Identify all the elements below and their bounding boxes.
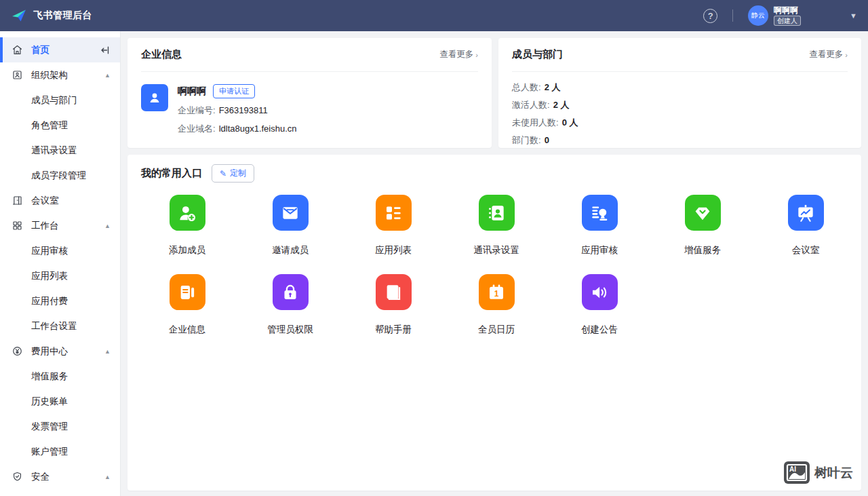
shortcut-contacts-settings[interactable]: 通讯录设置 bbox=[445, 195, 548, 256]
sidebar-item-home[interactable]: 首页 bbox=[0, 37, 120, 62]
presentation-board-icon bbox=[788, 195, 824, 231]
app-list-icon bbox=[376, 195, 412, 231]
contacts-book-icon bbox=[479, 195, 515, 231]
enterprise-more-link[interactable]: 查看更多 › bbox=[439, 49, 478, 60]
cost-yuan-circle-icon bbox=[11, 345, 23, 358]
sidebar-item-contacts-settings[interactable]: 通讯录设置 bbox=[0, 138, 120, 163]
sidebar-item-security[interactable]: 安全 ▲ bbox=[0, 464, 120, 489]
caret-up-icon[interactable]: ▲ bbox=[104, 348, 111, 355]
sidebar-item-member-fields[interactable]: 成员字段管理 bbox=[0, 163, 120, 188]
sidebar-item-label: 工作台设置 bbox=[31, 320, 77, 332]
sidebar-item-app-review[interactable]: 应用审核 bbox=[0, 238, 120, 263]
shortcut-create-announcement[interactable]: 创建公告 bbox=[548, 274, 651, 336]
chevron-down-icon[interactable]: ▼ bbox=[850, 12, 857, 20]
shortcut-label: 企业信息 bbox=[169, 324, 205, 336]
shortcut-app-review[interactable]: 应用审核 bbox=[548, 195, 651, 256]
workbench-grid-icon bbox=[11, 220, 23, 232]
person-add-icon bbox=[170, 195, 205, 231]
stat-departments: 部门数:0 bbox=[512, 134, 848, 147]
org-avatar bbox=[141, 84, 168, 111]
customize-button[interactable]: ✎ 定制 bbox=[212, 164, 254, 183]
sidebar-item-account-management[interactable]: 账户管理 bbox=[0, 439, 120, 464]
org-document-icon bbox=[170, 274, 205, 310]
watermark-logo-text: AI bbox=[789, 465, 796, 473]
caret-up-icon[interactable]: ▲ bbox=[104, 474, 111, 480]
meeting-room-icon bbox=[11, 195, 23, 207]
chevron-right-icon: › bbox=[475, 51, 478, 59]
sidebar: 首页 组织架构 ▲ 成员与部门 角色管理 通讯录设置 成员字段管理 会议室 工作… bbox=[0, 31, 121, 496]
sidebar-item-role-management[interactable]: 角色管理 bbox=[0, 113, 120, 138]
shortcut-invite-member[interactable]: 邀请成员 bbox=[239, 195, 342, 256]
more-label: 查看更多 bbox=[439, 49, 473, 60]
help-icon[interactable]: ? bbox=[703, 9, 717, 23]
shortcut-label: 会议室 bbox=[792, 244, 820, 256]
sidebar-item-label: 首页 bbox=[31, 44, 50, 56]
stat-label: 未使用人数: bbox=[512, 117, 559, 128]
org-id-row: 企业编号:F363193811 bbox=[178, 104, 297, 117]
sidebar-item-label: 费用中心 bbox=[31, 345, 68, 358]
calendar-1-icon: 1 bbox=[479, 274, 515, 310]
card-title: 成员与部门 bbox=[512, 48, 563, 61]
caret-up-icon[interactable]: ▲ bbox=[104, 223, 111, 229]
shortcuts-card: 我的常用入口 ✎ 定制 添加成员 邀请成员 bbox=[127, 155, 861, 491]
brand: 飞书管理后台 bbox=[11, 7, 92, 24]
shortcut-all-staff-calendar[interactable]: 1 全员日历 bbox=[445, 274, 548, 336]
org-name: 啊啊啊 bbox=[178, 85, 206, 98]
user-menu[interactable]: 静云 啊啊啊 创建人 bbox=[748, 5, 801, 26]
stat-total-members: 总人数:2 人 bbox=[512, 81, 848, 94]
sidebar-item-billing-history[interactable]: 历史账单 bbox=[0, 389, 120, 414]
apply-certification-button[interactable]: 申请认证 bbox=[213, 84, 255, 98]
collapse-sidebar-icon[interactable] bbox=[100, 45, 111, 56]
sidebar-item-members-departments[interactable]: 成员与部门 bbox=[0, 88, 120, 113]
sidebar-item-label: 安全 bbox=[31, 471, 50, 483]
person-icon bbox=[146, 90, 163, 106]
stat-value: 0 bbox=[545, 135, 549, 145]
sidebar-item-label: 工作台 bbox=[31, 220, 59, 232]
sidebar-item-label: 发票管理 bbox=[31, 421, 68, 433]
caret-up-icon[interactable]: ▲ bbox=[104, 72, 111, 79]
sidebar-item-label: 账户管理 bbox=[31, 446, 68, 458]
sidebar-item-label: 成员字段管理 bbox=[31, 170, 86, 182]
sidebar-item-workbench-settings[interactable]: 工作台设置 bbox=[0, 313, 120, 339]
sidebar-item-meeting-room[interactable]: 会议室 bbox=[0, 188, 120, 213]
gem-icon bbox=[685, 195, 721, 231]
shortcut-grid: 添加成员 邀请成员 应用列表 通讯录设置 bbox=[136, 195, 853, 336]
shortcut-value-added-services[interactable]: 增值服务 bbox=[651, 195, 754, 256]
avatar[interactable]: 静云 bbox=[748, 5, 768, 26]
shortcut-label: 通讯录设置 bbox=[473, 244, 519, 256]
field-label: 企业域名: bbox=[178, 123, 216, 134]
shield-icon bbox=[11, 471, 23, 483]
members-more-link[interactable]: 查看更多 › bbox=[809, 49, 848, 60]
field-value: F363193811 bbox=[219, 105, 268, 115]
stat-label: 激活人数: bbox=[512, 100, 550, 110]
shortcut-admin-permissions[interactable]: 管理员权限 bbox=[239, 274, 342, 336]
sidebar-item-workbench[interactable]: 工作台 ▲ bbox=[0, 213, 120, 238]
stat-label: 总人数: bbox=[512, 82, 541, 92]
shortcut-enterprise-info[interactable]: 企业信息 bbox=[136, 274, 239, 336]
sidebar-item-org-structure[interactable]: 组织架构 ▲ bbox=[0, 62, 120, 88]
book-icon bbox=[376, 274, 412, 310]
svg-text:1: 1 bbox=[494, 288, 499, 298]
shortcut-meeting-room[interactable]: 会议室 bbox=[754, 195, 857, 256]
chevron-right-icon: › bbox=[845, 51, 848, 59]
sidebar-item-cost-center[interactable]: 费用中心 ▲ bbox=[0, 339, 120, 364]
shortcut-label: 管理员权限 bbox=[267, 324, 313, 336]
shortcut-app-list[interactable]: 应用列表 bbox=[342, 195, 445, 256]
shortcuts-title: 我的常用入口 bbox=[141, 167, 202, 180]
sidebar-item-invoice-management[interactable]: 发票管理 bbox=[0, 414, 120, 439]
sidebar-item-app-payment[interactable]: 应用付费 bbox=[0, 288, 120, 313]
stat-value: 2 人 bbox=[545, 82, 561, 92]
card-title: 企业信息 bbox=[141, 48, 182, 61]
members-departments-card: 成员与部门 查看更多 › 总人数:2 人 激活人数:2 人 未使用人数:0 人 … bbox=[498, 38, 861, 148]
shortcut-label: 增值服务 bbox=[684, 244, 721, 256]
shortcut-add-member[interactable]: 添加成员 bbox=[136, 195, 239, 256]
sidebar-item-value-added-services[interactable]: 增值服务 bbox=[0, 364, 120, 389]
pencil-icon: ✎ bbox=[220, 169, 226, 178]
mail-invite-icon bbox=[273, 195, 309, 231]
user-name: 啊啊啊 bbox=[774, 6, 801, 14]
sidebar-item-label: 组织架构 bbox=[31, 69, 68, 81]
shortcut-help-manual[interactable]: 帮助手册 bbox=[342, 274, 445, 336]
app-title: 飞书管理后台 bbox=[33, 9, 92, 22]
sidebar-item-app-list[interactable]: 应用列表 bbox=[0, 263, 120, 288]
enterprise-info-card: 企业信息 查看更多 › 啊啊啊 申请认证 bbox=[127, 38, 492, 148]
